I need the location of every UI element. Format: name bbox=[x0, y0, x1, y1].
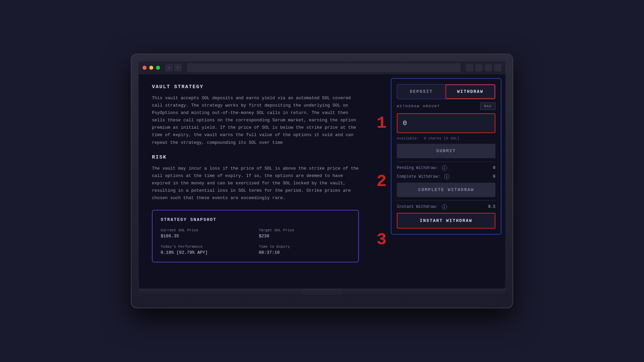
url-bar[interactable] bbox=[187, 63, 461, 72]
strategy-snapshot: STRATEGY SNAPSHOT Current SOL Price$186.… bbox=[152, 210, 359, 262]
pending-withdraw-row: Pending Withdraw: i 0 bbox=[397, 165, 495, 171]
complete-withdraw-button[interactable]: COMPLETE WITHDRAW bbox=[397, 183, 495, 197]
deposit-tab[interactable]: DEPOSIT bbox=[397, 84, 445, 99]
instant-withdraw-button[interactable]: INSTANT WITHDRAW bbox=[397, 213, 495, 229]
left-panel: VAULT STRATEGY This vault accepts SOL de… bbox=[139, 74, 372, 289]
forward-button[interactable]: › bbox=[174, 64, 181, 71]
snapshot-grid: Current SOL Price$186.35Target SOL Price… bbox=[161, 228, 350, 255]
withdraw-tab[interactable]: WITHDRAW bbox=[445, 84, 495, 99]
pending-withdraw-value: 0 bbox=[493, 166, 495, 170]
step-3: 3 bbox=[376, 232, 386, 258]
snapshot-item-1: Target SOL Price$230 bbox=[259, 228, 351, 239]
vault-strategy-text: This vault accepts SOL deposits and earn… bbox=[152, 95, 359, 146]
complete-withdraw-label: Complete Withdraw: i bbox=[397, 174, 449, 179]
vault-strategy-title: VAULT STRATEGY bbox=[152, 84, 359, 90]
back-button[interactable]: ‹ bbox=[165, 64, 173, 71]
maximize-dot[interactable] bbox=[156, 66, 160, 70]
snapshot-item-2: Today's Performance0.18% [92.79% APY] bbox=[161, 245, 252, 255]
available-label: Available: bbox=[397, 136, 419, 140]
submit-button[interactable]: SUBMIT bbox=[397, 144, 495, 158]
max-button[interactable]: MAX bbox=[480, 103, 495, 110]
available-value: 0 shares [0 SOL] bbox=[424, 136, 460, 140]
complete-info-icon[interactable]: i bbox=[444, 174, 449, 179]
browser-chrome: ‹ › bbox=[139, 61, 505, 74]
withdraw-header: WITHDRAW AMOUNT MAX bbox=[397, 103, 495, 110]
available-row: Available: 0 shares [0 SOL] bbox=[397, 136, 495, 140]
instant-info-icon[interactable]: i bbox=[442, 204, 447, 209]
risk-text: The vault may incur a loss if the price … bbox=[152, 165, 359, 202]
trackpad bbox=[302, 290, 342, 295]
minimize-dot[interactable] bbox=[149, 66, 153, 70]
browser-action-3[interactable] bbox=[485, 64, 492, 71]
pending-withdraw-label: Pending Withdraw: i bbox=[397, 165, 447, 171]
complete-withdraw-value: 0 bbox=[493, 174, 495, 179]
amount-input[interactable] bbox=[403, 119, 489, 127]
right-panel: DEPOSIT WITHDRAW WITHDRAW AMOUNT MAX Ava… bbox=[391, 78, 501, 235]
pending-info-icon[interactable]: i bbox=[442, 165, 447, 171]
browser-action-2[interactable] bbox=[475, 64, 483, 71]
step-2: 2 bbox=[376, 173, 386, 190]
snapshot-title: STRATEGY SNAPSHOT bbox=[161, 217, 350, 222]
browser-action-4[interactable] bbox=[494, 64, 501, 71]
snapshot-item-0: Current SOL Price$186.35 bbox=[161, 228, 252, 239]
instant-withdraw-label: Instant Withdraw: i bbox=[397, 204, 447, 209]
withdraw-amount-label: WITHDRAW AMOUNT bbox=[397, 104, 440, 108]
close-dot[interactable] bbox=[143, 66, 147, 70]
risk-title: RISK bbox=[152, 155, 359, 160]
amount-input-wrapper[interactable] bbox=[397, 113, 495, 133]
step-1: 1 bbox=[376, 105, 386, 132]
instant-withdraw-row: Instant Withdraw: i 0.5 bbox=[397, 204, 495, 209]
right-section: 1 2 3 DEPOSIT WITHDRAW WITHDRAW AMOUNT M… bbox=[372, 74, 505, 289]
tab-row: DEPOSIT WITHDRAW bbox=[397, 84, 495, 99]
browser-action-1[interactable] bbox=[466, 64, 473, 71]
snapshot-item-3: Time to Expiry08:37:10 bbox=[259, 245, 351, 255]
complete-withdraw-row: Complete Withdraw: i 0 bbox=[397, 174, 495, 179]
instant-withdraw-value: 0.5 bbox=[488, 204, 495, 209]
step-labels: 1 2 3 bbox=[372, 74, 391, 289]
